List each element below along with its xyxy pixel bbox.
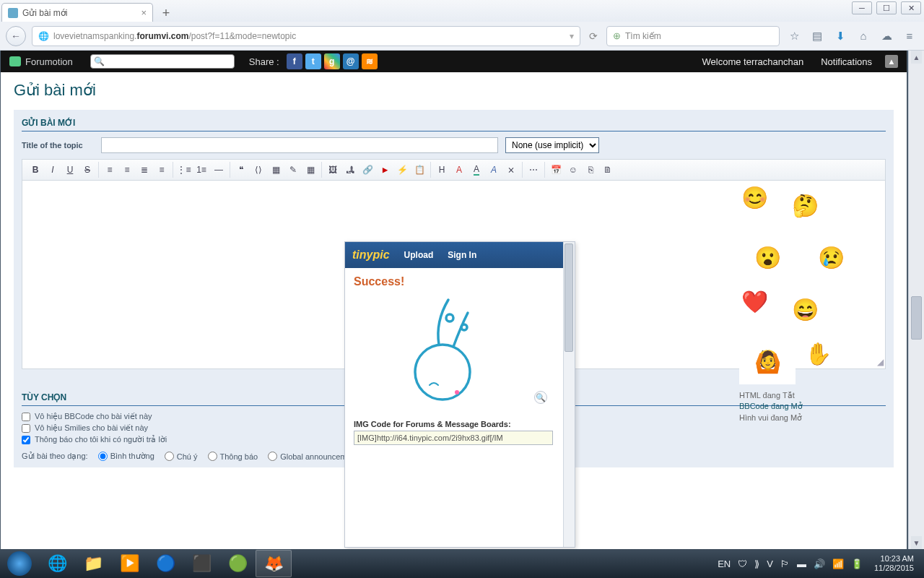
new-tab-button[interactable]: +: [157, 4, 175, 22]
editor-link[interactable]: 🔗: [359, 162, 375, 178]
smiley-8[interactable]: ✋: [803, 338, 833, 368]
start-button[interactable]: [0, 549, 39, 578]
editor-fontcolor[interactable]: A: [468, 162, 484, 178]
editor-spoiler[interactable]: ▦: [268, 162, 284, 178]
editor-date[interactable]: 📅: [548, 162, 564, 178]
home-icon[interactable]: ⌂: [855, 27, 872, 45]
tray-v-icon[interactable]: V: [767, 558, 773, 569]
tray-network-icon[interactable]: ▬: [797, 558, 806, 569]
smiley-3[interactable]: 😮: [739, 234, 796, 280]
library-icon[interactable]: ▤: [808, 27, 826, 45]
editor-list-ol[interactable]: 1≡: [193, 162, 209, 178]
tab-close-icon[interactable]: ×: [141, 7, 147, 18]
editor-image[interactable]: 🏞: [342, 162, 358, 178]
tinypic-upload-link[interactable]: Upload: [404, 250, 434, 260]
google-icon[interactable]: g: [324, 53, 340, 69]
editor-align-justify[interactable]: ≡: [154, 162, 170, 178]
smiley-4[interactable]: 😢: [803, 234, 859, 280]
editor-strike[interactable]: S: [79, 162, 95, 178]
editor-align-center[interactable]: ≡: [119, 162, 135, 178]
status-bbcode-link[interactable]: BBCode: [739, 402, 769, 410]
tray-app-icon[interactable]: ⟫: [754, 558, 759, 569]
topic-title-input[interactable]: [101, 137, 498, 153]
editor-resize-handle[interactable]: ◢: [877, 357, 884, 367]
postas-normal[interactable]: [98, 452, 108, 461]
forum-logo[interactable]: Forumotion: [9, 56, 73, 67]
editor-clipboard[interactable]: 📋: [411, 162, 427, 178]
editor-fontfamily[interactable]: A: [486, 162, 502, 178]
smiley-7[interactable]: 🙆: [739, 338, 796, 384]
email-icon[interactable]: @: [343, 53, 359, 69]
nav-back-button[interactable]: ←: [6, 26, 26, 46]
tray-shield-icon[interactable]: 🛡: [738, 558, 747, 569]
editor-host-image[interactable]: 🖼: [325, 162, 341, 178]
editor-removeformat[interactable]: ⨯: [503, 162, 519, 178]
rss-icon[interactable]: ≋: [362, 53, 378, 69]
editor-align-right[interactable]: ≣: [136, 162, 152, 178]
editor-hide[interactable]: ✎: [285, 162, 301, 178]
smiley-1[interactable]: 😊: [739, 182, 770, 212]
pocket-icon[interactable]: ☁: [878, 27, 895, 45]
smiley-6[interactable]: 😄: [777, 286, 833, 332]
tray-wifi-icon[interactable]: 📶: [832, 558, 844, 569]
page-scrollbar[interactable]: ▲ ▼: [908, 51, 924, 549]
scroll-top-button[interactable]: ▲: [885, 55, 898, 68]
downloads-icon[interactable]: ⬇: [832, 27, 849, 45]
taskbar-app1[interactable]: ⬛: [183, 550, 219, 577]
editor-bold[interactable]: B: [27, 162, 43, 178]
taskbar-ie[interactable]: 🌐: [39, 550, 75, 577]
tray-volume-icon[interactable]: 🔊: [814, 558, 825, 569]
window-close[interactable]: ✕: [901, 1, 921, 14]
editor-hr[interactable]: —: [211, 162, 227, 178]
editor-more[interactable]: ⋯: [526, 162, 541, 178]
bookmark-star-icon[interactable]: ☆: [785, 27, 803, 45]
taskbar-firefox[interactable]: 🦊: [256, 550, 292, 577]
editor-italic[interactable]: I: [45, 162, 61, 178]
window-maximize[interactable]: ☐: [876, 1, 897, 14]
taskbar-chrome[interactable]: 🔵: [147, 550, 183, 577]
tinypic-signin-link[interactable]: Sign In: [448, 250, 476, 260]
scroll-down-arrow[interactable]: ▼: [911, 536, 922, 549]
topic-icon-select[interactable]: None (use implicit): [505, 137, 599, 153]
tinypic-code-input[interactable]: [354, 431, 553, 445]
editor-fontsize[interactable]: A: [451, 162, 467, 178]
editor-emoji[interactable]: ☺: [565, 162, 581, 178]
opt-notify[interactable]: [22, 436, 30, 444]
taskbar-media[interactable]: ▶️: [111, 550, 147, 577]
notifications-link[interactable]: Notifications: [821, 56, 872, 67]
editor-list-ul[interactable]: ⋮≡: [176, 162, 192, 178]
tray-flag-icon[interactable]: 🏳: [780, 558, 790, 569]
postas-global[interactable]: [268, 452, 277, 461]
tray-battery-icon[interactable]: 🔋: [851, 558, 863, 569]
taskbar-app2[interactable]: 🟢: [219, 550, 256, 577]
reload-button[interactable]: ⟳: [586, 30, 601, 42]
smiley-2[interactable]: 🤔: [777, 182, 833, 228]
tray-clock[interactable]: 10:23 AM 11/28/2015: [870, 554, 918, 573]
postas-note[interactable]: [165, 452, 174, 461]
popup-scrollbar[interactable]: [563, 242, 575, 547]
opt-disable-bbcode[interactable]: [22, 413, 30, 421]
editor-source[interactable]: 🗎: [600, 162, 616, 178]
taskbar-explorer[interactable]: 📁: [75, 550, 111, 577]
browser-search[interactable]: ⊕ Tìm kiếm: [606, 26, 780, 46]
opt-disable-smilies[interactable]: [22, 424, 30, 433]
scroll-thumb[interactable]: [911, 296, 922, 340]
editor-flash[interactable]: ⚡: [394, 162, 410, 178]
url-bar[interactable]: 🌐 lovevietnamspanking.forumvi.com/post?f…: [32, 26, 580, 46]
forum-search[interactable]: 🔍: [90, 54, 235, 69]
editor-align-left[interactable]: ≡: [102, 162, 118, 178]
smiley-5[interactable]: ❤️: [739, 286, 770, 316]
popup-scroll-thumb[interactable]: [565, 243, 573, 352]
editor-youtube[interactable]: ▶: [377, 162, 393, 178]
editor-paste[interactable]: ⎘: [583, 162, 598, 178]
editor-underline[interactable]: U: [62, 162, 78, 178]
menu-icon[interactable]: ≡: [901, 27, 918, 45]
editor-table[interactable]: ▦: [302, 162, 318, 178]
twitter-icon[interactable]: t: [305, 53, 321, 69]
editor-code[interactable]: ⟨⟩: [250, 162, 266, 178]
browser-tab[interactable]: Gửi bài mới ×: [1, 3, 153, 22]
postas-announce[interactable]: [208, 452, 217, 461]
editor-heading[interactable]: H: [434, 162, 450, 178]
window-minimize[interactable]: ─: [852, 1, 872, 14]
editor-quote[interactable]: ❝: [233, 162, 249, 178]
